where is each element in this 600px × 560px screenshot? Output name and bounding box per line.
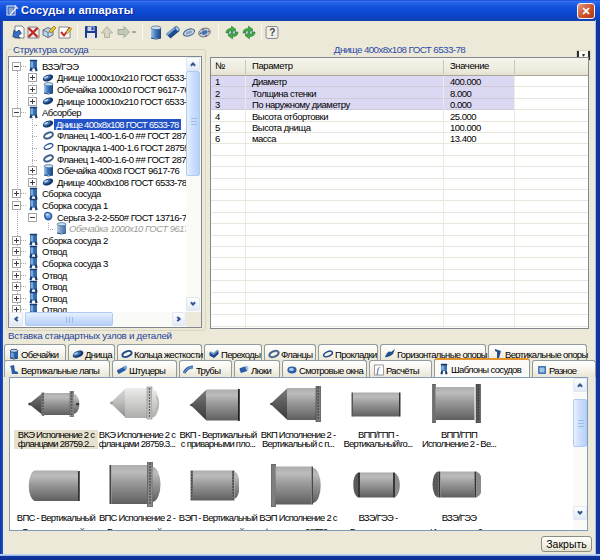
svg-text:?: ? <box>269 27 275 38</box>
